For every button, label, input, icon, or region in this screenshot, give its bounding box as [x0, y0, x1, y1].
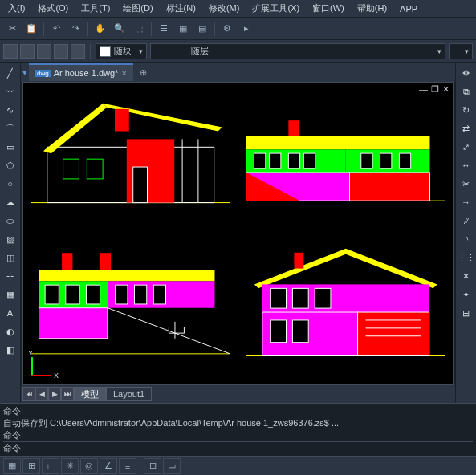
- menu-tools[interactable]: 工具(T): [75, 2, 116, 14]
- minimize-icon[interactable]: —: [419, 84, 428, 95]
- polar-toggle[interactable]: ✳: [61, 458, 79, 474]
- snap-toggle[interactable]: ▦: [3, 458, 21, 474]
- copy-tool-icon[interactable]: ⧉: [458, 83, 475, 100]
- close-tab-icon[interactable]: ×: [121, 68, 126, 78]
- close-icon[interactable]: ✕: [442, 84, 450, 95]
- file-tab[interactable]: dwg Ar house 1.dwg* ×: [29, 63, 133, 81]
- svg-rect-8: [133, 167, 148, 203]
- array-tool-icon[interactable]: ⋮⋮: [458, 249, 475, 266]
- wipeout-tool-icon[interactable]: ◧: [2, 341, 19, 359]
- table-tool-icon[interactable]: ▦: [2, 286, 19, 303]
- color-dropdown[interactable]: 随块: [96, 43, 147, 59]
- redo-button[interactable]: ↷: [67, 20, 84, 38]
- swatch-button[interactable]: [54, 44, 68, 59]
- layers-button[interactable]: ▤: [193, 20, 211, 38]
- new-tab-button[interactable]: ⊕: [135, 67, 152, 78]
- command-input[interactable]: [23, 444, 473, 453]
- fillet-tool-icon[interactable]: ◝: [458, 230, 475, 248]
- rotate-tool-icon[interactable]: ↻: [458, 101, 475, 119]
- properties-button[interactable]: ☰: [155, 20, 173, 38]
- svg-rect-52: [292, 319, 308, 342]
- lineweight-toggle[interactable]: ≡: [119, 458, 136, 474]
- command-history-line: 命令:: [3, 429, 473, 441]
- otrack-toggle[interactable]: ∠: [100, 458, 117, 474]
- menu-modify[interactable]: 修改(M): [202, 2, 246, 14]
- svg-marker-2: [43, 104, 107, 153]
- trim-tool-icon[interactable]: ✂: [458, 175, 475, 193]
- svg-rect-21: [399, 153, 410, 168]
- explode-tool-icon[interactable]: ✦: [458, 286, 475, 303]
- region-tool-icon[interactable]: ◐: [2, 323, 19, 340]
- swatch-button[interactable]: [20, 44, 35, 59]
- move-tool-icon[interactable]: ✥: [458, 64, 475, 82]
- ucs-icon: Y X: [28, 351, 57, 380]
- mirror-tool-icon[interactable]: ⇄: [458, 120, 475, 137]
- settings-button[interactable]: ⚙: [218, 20, 236, 38]
- polygon-tool-icon[interactable]: ⬠: [2, 156, 19, 174]
- svg-rect-12: [246, 136, 429, 149]
- more-button[interactable]: ▸: [238, 20, 255, 38]
- hatch-tool-icon[interactable]: ▨: [2, 230, 19, 248]
- grid-button[interactable]: ▦: [174, 20, 192, 38]
- menu-ext[interactable]: 扩展工具(X): [246, 2, 306, 14]
- erase-tool-icon[interactable]: ✕: [458, 267, 475, 285]
- ortho-toggle[interactable]: ∟: [42, 458, 59, 474]
- model-toggle[interactable]: ▭: [163, 458, 181, 474]
- stretch-tool-icon[interactable]: ↔: [458, 156, 475, 174]
- polyline-tool-icon[interactable]: 〰: [2, 83, 19, 100]
- offset-tool-icon[interactable]: ⫽: [458, 212, 475, 229]
- paste-button[interactable]: 📋: [22, 20, 40, 38]
- elevation-view-4: [246, 236, 445, 364]
- menu-help[interactable]: 帮助(H): [351, 2, 393, 14]
- menu-window[interactable]: 窗口(W): [306, 2, 351, 14]
- svg-rect-19: [360, 153, 372, 168]
- tab-first-button[interactable]: ⏮: [22, 387, 35, 401]
- restore-icon[interactable]: ❐: [431, 84, 439, 95]
- line-tool-icon[interactable]: ╱: [2, 64, 19, 82]
- tab-prev-button[interactable]: ◀: [35, 387, 48, 401]
- tab-dropdown-icon[interactable]: ▾: [22, 67, 27, 78]
- zoom-window-button[interactable]: ⬚: [130, 20, 148, 38]
- scale-tool-icon[interactable]: ⤢: [458, 138, 475, 156]
- cloud-tool-icon[interactable]: ☁: [2, 193, 19, 211]
- svg-rect-37: [153, 285, 165, 304]
- circle-tool-icon[interactable]: ○: [2, 175, 19, 193]
- arc-tool-icon[interactable]: ⌒: [2, 120, 19, 137]
- extend-tool-icon[interactable]: →: [458, 193, 475, 211]
- menu-draw[interactable]: 绘图(D): [116, 2, 159, 14]
- spline-tool-icon[interactable]: ∿: [2, 101, 19, 119]
- grid-toggle[interactable]: ⊞: [22, 458, 40, 474]
- dyn-toggle[interactable]: ⊡: [144, 458, 161, 474]
- swatch-button[interactable]: [71, 44, 85, 59]
- linetype-dropdown[interactable]: 随层: [150, 43, 445, 59]
- menu-app[interactable]: APP: [393, 4, 424, 14]
- swatch-button[interactable]: [37, 44, 51, 59]
- undo-button[interactable]: ↶: [47, 20, 65, 38]
- break-tool-icon[interactable]: ⊟: [458, 304, 475, 322]
- block-tool-icon[interactable]: ◫: [2, 249, 19, 266]
- model-tab[interactable]: 模型: [74, 387, 106, 401]
- text-tool-icon[interactable]: A: [2, 304, 19, 322]
- zoom-button[interactable]: 🔍: [111, 20, 128, 38]
- svg-rect-49: [315, 288, 331, 308]
- menu-insert[interactable]: 入(I): [2, 2, 31, 14]
- cut-button[interactable]: ✂: [3, 20, 21, 38]
- tab-last-button[interactable]: ⏭: [61, 387, 74, 401]
- color-swatch-icon: [100, 46, 111, 57]
- osnap-toggle[interactable]: ◎: [80, 458, 98, 474]
- main-area: ╱ 〰 ∿ ⌒ ▭ ⬠ ○ ☁ ⬭ ▨ ◫ ⊹ ▦ A ◐ ◧ ▾ dwg Ar…: [0, 63, 476, 403]
- lineweight-dropdown[interactable]: [449, 43, 473, 59]
- rectangle-tool-icon[interactable]: ▭: [2, 138, 19, 156]
- menu-dimension[interactable]: 标注(N): [160, 2, 202, 14]
- menu-format[interactable]: 格式(O): [31, 2, 75, 14]
- ellipse-tool-icon[interactable]: ⬭: [2, 212, 19, 229]
- drawing-canvas[interactable]: [23, 83, 453, 384]
- pan-button[interactable]: ✋: [92, 20, 109, 38]
- svg-rect-15: [254, 153, 265, 168]
- drawing-canvas-frame: — ❐ ✕: [22, 82, 454, 385]
- layout-tab[interactable]: Layout1: [106, 387, 152, 401]
- swatch-button[interactable]: [3, 44, 18, 59]
- point-tool-icon[interactable]: ⊹: [2, 267, 19, 285]
- tab-next-button[interactable]: ▶: [48, 387, 61, 401]
- svg-rect-5: [63, 159, 79, 179]
